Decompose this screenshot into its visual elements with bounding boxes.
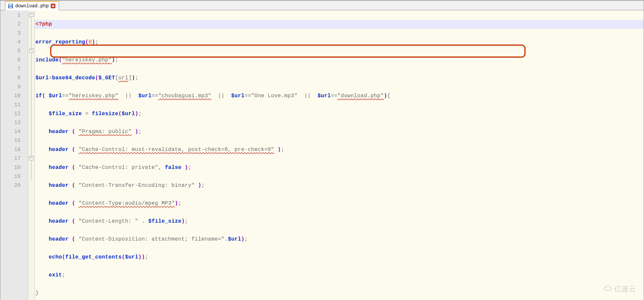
code-area[interactable]: <?php error_reporting(0); include("herei…	[35, 10, 644, 300]
fold-toggle-icon[interactable]: −	[29, 13, 33, 17]
svg-rect-3	[11, 4, 12, 5]
ln: 19	[0, 172, 28, 181]
code-line: header ( "Content-Transfer-Encoding: bin…	[35, 181, 644, 190]
code-line: header ( "Content-Disposition: attachmen…	[35, 235, 644, 244]
fold-toggle-icon[interactable]: −	[29, 48, 33, 53]
code-line: header ( "Content-Type:audio/mpeg MP3");	[35, 199, 644, 208]
close-icon[interactable]	[51, 4, 55, 8]
ln: 4	[0, 38, 28, 47]
ln: 13	[0, 118, 28, 127]
code-line: exit;	[35, 271, 644, 280]
ln: 1	[0, 11, 28, 20]
ln: 20	[0, 181, 28, 190]
tab-bar: download.php	[0, 1, 644, 10]
ln: 3	[0, 29, 28, 38]
fold-guide	[31, 160, 32, 180]
ln: 17	[0, 154, 28, 163]
editor-window: download.php 1 2 3 4 5 6 7 8 9 10 11 12 …	[0, 0, 644, 300]
code-line: if( $url=="hereiskey.php" || $url=="chou…	[35, 92, 644, 101]
ln: 8	[0, 74, 28, 83]
tab-filename: download.php	[15, 3, 49, 9]
code-line: echo(file_get_contents($url));	[35, 253, 644, 262]
ln: 5	[0, 47, 28, 56]
save-icon	[8, 3, 13, 9]
code-line: <?php	[35, 20, 644, 29]
svg-rect-1	[9, 4, 12, 6]
svg-rect-2	[9, 6, 12, 8]
ln: 15	[0, 136, 28, 145]
code-line: }	[35, 289, 644, 298]
file-tab[interactable]: download.php	[5, 1, 59, 10]
fold-guide	[31, 53, 32, 156]
code-line: header ( "Cache-Control: must-revalidate…	[35, 145, 644, 154]
code-line: error_reporting(0);	[35, 38, 644, 47]
ln: 7	[0, 65, 28, 74]
ln: 6	[0, 56, 28, 65]
editor-area: 1 2 3 4 5 6 7 8 9 10 11 12 13 14 15 16 1…	[0, 10, 644, 300]
line-number-gutter: 1 2 3 4 5 6 7 8 9 10 11 12 13 14 15 16 1…	[0, 10, 28, 300]
code-line: $url=base64_decode($_GET[url]);	[35, 74, 644, 83]
code-line: header ( "Content-Length: " . $file_size…	[35, 217, 644, 226]
code-line: header ( "Cache-Control: private", false…	[35, 163, 644, 172]
code-line: header ( "Pragma: public" );	[35, 127, 644, 136]
ln: 9	[0, 83, 28, 92]
ln: 14	[0, 127, 28, 136]
fold-guide	[31, 17, 32, 48]
ln: 16	[0, 145, 28, 154]
fold-toggle-icon[interactable]: −	[29, 156, 33, 160]
code-line: include("hereiskey.php");	[35, 56, 644, 65]
ln: 11	[0, 101, 28, 110]
ln: 2	[0, 20, 28, 29]
fold-column: − − −	[28, 10, 35, 300]
ln: 12	[0, 110, 28, 118]
ln: 18	[0, 163, 28, 172]
code-line: $file_size = filesize($url);	[35, 110, 644, 118]
ln: 10	[0, 92, 28, 101]
